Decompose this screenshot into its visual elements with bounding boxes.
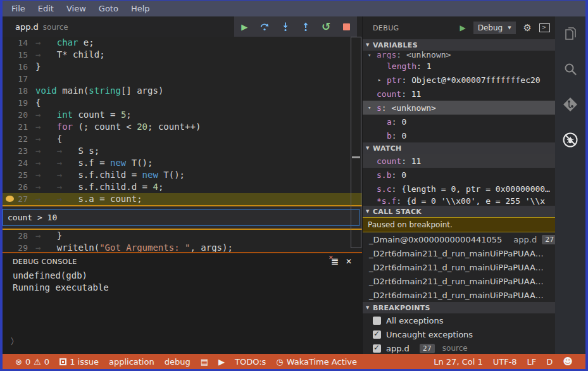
variable-row[interactable]: ▾args<unknown> xyxy=(363,51,555,59)
line-number[interactable]: 25 xyxy=(3,169,28,181)
line-number[interactable]: 21 xyxy=(3,121,28,133)
line-number[interactable]: 23 xyxy=(3,145,28,157)
step-into-button[interactable] xyxy=(278,19,293,34)
code-line: 20 → int count = 5; xyxy=(3,109,362,121)
line-number[interactable]: 19 xyxy=(3,97,28,109)
variable-row[interactable]: count11 xyxy=(363,87,555,101)
wakatime-indicator[interactable]: ◷ WakaTime Active xyxy=(271,357,362,367)
variable-name: a xyxy=(387,117,401,127)
line-number[interactable]: 17 xyxy=(3,73,28,85)
stack-frame[interactable]: _D2rt6dmain211_d_run_mainUiPPaPUAA… xyxy=(363,274,555,288)
line-number[interactable]: 18 xyxy=(3,85,28,97)
document-status[interactable]: ▤ xyxy=(196,357,213,367)
eol-indicator[interactable]: LF xyxy=(522,357,542,367)
line-number[interactable]: 15 xyxy=(3,49,28,61)
breakpoint-label: All exceptions xyxy=(386,316,444,325)
line-number[interactable]: 28 xyxy=(3,230,28,242)
debug-icon[interactable] xyxy=(561,130,580,149)
variable-row[interactable]: b0 xyxy=(363,129,555,142)
section-header-call-stack[interactable]: ▼ CALL STACK xyxy=(363,206,555,217)
watch-row[interactable]: count11 xyxy=(363,154,555,168)
variable-row[interactable]: ▾s<unknown> xyxy=(363,101,555,115)
line-number[interactable]: 20 xyxy=(3,109,28,121)
restart-button[interactable]: ↺ xyxy=(318,19,334,34)
section-header-watch[interactable]: ▼ WATCH xyxy=(363,142,555,154)
collapse-arrow-icon: ▼ xyxy=(366,209,370,214)
problems-indicator[interactable]: ⊗ 0 ⚠ 0 xyxy=(10,357,54,367)
breakpoint-row[interactable]: app.d 27 source xyxy=(363,341,555,354)
editor-scrollbar[interactable] xyxy=(351,37,361,248)
encoding-indicator[interactable]: UTF-8 xyxy=(488,357,522,367)
watch-row[interactable]: s.b0 xyxy=(363,168,555,182)
breakpoint-condition-widget: count > 10 xyxy=(3,205,362,230)
continue-button[interactable]: ▶ xyxy=(237,19,252,34)
breakpoint-row[interactable]: Uncaught exceptions xyxy=(363,327,555,341)
watch-row[interactable]: s.c{length = 0, ptr = 0x00000000… xyxy=(363,182,555,196)
feedback-smiley[interactable]: ☻ xyxy=(558,356,578,367)
line-number[interactable]: 26 xyxy=(3,181,28,193)
step-into-icon xyxy=(280,22,291,32)
gear-icon[interactable]: ⚙ xyxy=(523,22,532,34)
condition-input[interactable]: count > 10 xyxy=(3,209,360,226)
collapse-arrow-icon: ▼ xyxy=(366,305,370,310)
checkbox[interactable] xyxy=(373,344,381,353)
open-console-icon[interactable]: > xyxy=(539,23,550,32)
mode-debug[interactable]: debug xyxy=(160,357,196,367)
line-number[interactable]: 22 xyxy=(3,133,28,145)
language-indicator[interactable]: D xyxy=(541,357,558,367)
mode-label: debug xyxy=(165,357,191,367)
breakpoint-hint: source xyxy=(442,344,468,353)
watch-row[interactable]: *s.f{d = 0 '\\x00', e = 255 '\\x xyxy=(363,196,555,206)
issues-indicator[interactable]: 1 issue xyxy=(54,357,104,367)
code-text: → → s.f.child.d = 4; xyxy=(28,181,163,193)
breakpoint-dot[interactable] xyxy=(6,196,14,202)
files-icon[interactable] xyxy=(561,24,580,43)
checkbox[interactable] xyxy=(373,330,381,339)
twistie-icon[interactable]: ▾ xyxy=(368,104,377,111)
menu-item[interactable]: Goto xyxy=(92,4,125,13)
todo-indicator[interactable]: TODO:s xyxy=(230,357,271,367)
line-number[interactable]: 14 xyxy=(3,37,28,49)
code-line: 21 → for (; count < 20; count++) xyxy=(3,121,362,133)
breakpoint-row[interactable]: All exceptions xyxy=(363,313,555,327)
menu-item[interactable]: File xyxy=(5,4,32,13)
variable-row[interactable]: a0 xyxy=(363,115,555,129)
search-icon[interactable] xyxy=(561,60,580,79)
section-header-breakpoints[interactable]: ▼ BREAKPOINTS xyxy=(363,302,555,313)
close-panel-icon[interactable]: ✕ xyxy=(342,256,356,267)
clear-console-icon[interactable]: ≣ ✕ xyxy=(328,256,342,267)
menu-item[interactable]: Edit xyxy=(32,4,60,13)
stack-frame[interactable]: _D2rt6dmain211_d_run_mainUiPPaPUAA… xyxy=(363,260,555,274)
twistie-icon[interactable]: ▸ xyxy=(378,77,387,83)
code-text: { xyxy=(28,97,41,109)
console-input-prompt[interactable]: 〉 xyxy=(10,336,19,348)
task-application[interactable]: application xyxy=(104,357,160,367)
frame-name: _D2rt6dmain211_d_run_mainUiPPaPUAA… xyxy=(369,263,544,272)
checkbox[interactable] xyxy=(373,317,381,325)
tab-app-d[interactable]: app.d source xyxy=(3,22,68,32)
line-number[interactable]: 24 xyxy=(3,157,28,169)
step-out-button[interactable] xyxy=(298,19,313,34)
variable-row[interactable]: ▸ptrObject@*0x00007fffffffec20 xyxy=(363,73,555,87)
stack-frame[interactable]: _D2rt6dmain211_d_run_mainUiPPaPUAA… xyxy=(363,288,555,302)
variable-row[interactable]: length1 xyxy=(363,59,555,73)
debug-config-dropdown[interactable]: Debug ▼ xyxy=(473,22,516,34)
section-header-variables[interactable]: ▼ VARIABLES xyxy=(363,39,555,51)
code-text: → char e; xyxy=(28,37,94,49)
stop-button[interactable] xyxy=(339,19,354,34)
menu-item[interactable]: Help xyxy=(125,4,156,13)
code-line: 17 xyxy=(3,73,362,85)
start-debug-icon[interactable]: ▶ xyxy=(460,23,465,32)
code-text: → → S s; xyxy=(28,145,99,157)
debug-console-title: DEBUG CONSOLE xyxy=(13,258,328,266)
line-number[interactable]: 16 xyxy=(3,61,28,73)
menu-item[interactable]: View xyxy=(60,4,92,13)
git-icon[interactable] xyxy=(561,95,580,114)
step-over-button[interactable] xyxy=(257,19,272,34)
variable-value: Object@*0x00007fffffffec20 xyxy=(411,75,541,85)
cursor-position[interactable]: Ln 27, Col 1 xyxy=(428,357,487,367)
run-task[interactable]: ▶ xyxy=(213,357,230,367)
stack-frame[interactable]: _Dmain@0x0000000000441055 app.d 27 xyxy=(363,232,555,246)
stack-frame[interactable]: _D2rt6dmain211_d_run_mainUiPPaPUAA… xyxy=(363,246,555,260)
twistie-icon[interactable]: ▾ xyxy=(368,52,377,58)
